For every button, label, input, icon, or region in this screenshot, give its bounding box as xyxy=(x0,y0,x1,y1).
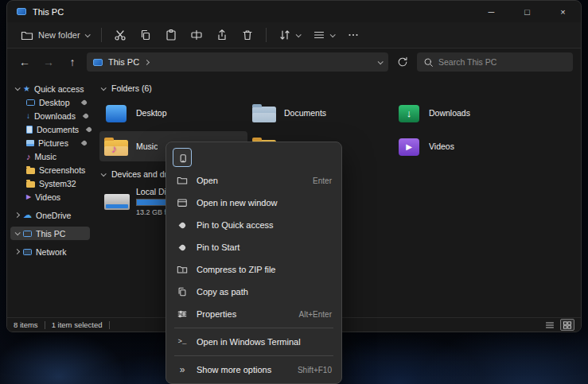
sidebar-item-downloads[interactable]: ↓ Downloads xyxy=(10,109,90,122)
music-note-icon: ♪ xyxy=(26,152,31,161)
pin-icon xyxy=(176,223,189,228)
cut-button[interactable] xyxy=(108,25,132,45)
navigation-bar: ← → ↑ This PC xyxy=(7,48,581,76)
videos-folder-icon: ▶ xyxy=(397,136,421,157)
search-input[interactable] xyxy=(438,57,567,67)
search-box[interactable] xyxy=(417,52,573,72)
sidebar-item-label: Quick access xyxy=(34,84,84,94)
new-window-icon xyxy=(176,197,189,208)
sidebar-item-music[interactable]: ♪ Music xyxy=(10,149,90,163)
sidebar-item-videos[interactable]: ▶ Videos xyxy=(10,190,90,204)
sidebar-item-network[interactable]: Network xyxy=(10,245,90,258)
chevron-down-icon xyxy=(295,32,301,37)
address-bar[interactable]: This PC xyxy=(87,52,388,72)
refresh-button[interactable] xyxy=(393,52,412,72)
toolbar-separator xyxy=(266,28,267,42)
folder-tile-desktop[interactable]: Desktop xyxy=(99,98,247,128)
sidebar-item-label: This PC xyxy=(36,229,65,239)
desktop-folder-icon xyxy=(104,103,128,124)
rename-button[interactable] xyxy=(185,25,208,45)
delete-button[interactable] xyxy=(236,25,259,45)
sidebar-item-pictures[interactable]: Pictures xyxy=(10,136,90,149)
menu-separator xyxy=(174,328,333,328)
details-view-button[interactable] xyxy=(543,319,557,331)
folder-tile-downloads[interactable]: ↓ Downloads xyxy=(392,98,535,128)
picture-icon xyxy=(26,140,34,146)
copy-button[interactable] xyxy=(173,148,192,167)
downloads-folder-icon: ↓ xyxy=(397,103,421,124)
sidebar-item-this-pc[interactable]: This PC xyxy=(10,227,90,240)
command-bar: New folder xyxy=(7,22,581,48)
context-menu-icon-strip xyxy=(169,145,338,169)
new-folder-icon xyxy=(21,29,33,41)
close-button[interactable]: × xyxy=(545,1,581,22)
chevron-down-icon xyxy=(15,230,21,235)
toolbar-separator xyxy=(101,28,102,42)
share-button[interactable] xyxy=(210,25,234,45)
items-count: 8 items xyxy=(14,320,38,329)
folders-section-header[interactable]: Folders (6) xyxy=(99,80,581,96)
back-button[interactable]: ← xyxy=(15,52,34,72)
sidebar-item-label: OneDrive xyxy=(36,211,71,220)
forward-button[interactable]: → xyxy=(39,52,58,72)
copy-button[interactable] xyxy=(134,25,158,45)
sidebar-item-onedrive[interactable]: ☁ OneDrive xyxy=(10,208,90,222)
sidebar-item-desktop[interactable]: Desktop xyxy=(10,95,90,109)
view-button[interactable] xyxy=(307,25,340,45)
delete-icon xyxy=(241,29,254,41)
sidebar-item-label: Documents xyxy=(37,125,79,134)
minimize-button[interactable]: ─ xyxy=(473,1,509,22)
local-disk-icon xyxy=(104,191,128,212)
selection-count: 1 item selected xyxy=(52,320,103,329)
view-icon xyxy=(313,29,325,41)
onedrive-cloud-icon: ☁ xyxy=(23,210,32,220)
thumbnail-view-button[interactable] xyxy=(560,319,574,331)
paste-button[interactable] xyxy=(159,25,183,45)
folder-tile-documents[interactable]: Documents xyxy=(247,98,392,128)
play-icon: ▶ xyxy=(26,193,31,200)
address-location[interactable]: This PC xyxy=(108,57,139,67)
folder-icon xyxy=(26,168,35,174)
sidebar-item-quick-access[interactable]: ★ Quick access xyxy=(10,82,90,95)
menu-item-compress-zip[interactable]: Compress to ZIP file xyxy=(169,258,338,281)
maximize-button[interactable]: □ xyxy=(509,1,545,22)
sidebar-item-label: Pictures xyxy=(38,138,68,148)
downloads-icon: ↓ xyxy=(26,111,30,120)
chevron-down-icon xyxy=(84,32,90,37)
menu-item-pin-quick-access[interactable]: Pin to Quick access xyxy=(169,214,338,236)
quick-access-icon: ★ xyxy=(23,84,30,93)
up-button[interactable]: ↑ xyxy=(63,52,82,72)
sidebar-item-label: Music xyxy=(35,152,56,161)
show-more-icon: » xyxy=(176,364,189,375)
pin-icon xyxy=(81,99,88,105)
open-icon xyxy=(176,175,189,186)
folder-icon xyxy=(26,181,35,188)
titlebar: This PC ─ □ × xyxy=(7,1,581,22)
details-view-icon xyxy=(545,320,555,330)
network-icon xyxy=(23,249,32,255)
menu-item-copy-as-path[interactable]: Copy as path xyxy=(169,281,338,303)
documents-folder-icon xyxy=(252,103,276,124)
folder-tile-videos[interactable]: ▶ Videos xyxy=(392,131,535,161)
address-dropdown-icon[interactable] xyxy=(378,59,384,64)
new-folder-button[interactable]: New folder xyxy=(15,25,95,45)
see-more-button[interactable] xyxy=(341,25,365,45)
menu-item-open-new-window[interactable]: Open in new window xyxy=(169,192,338,214)
sidebar-item-documents[interactable]: Documents xyxy=(10,122,90,136)
sort-button[interactable] xyxy=(273,25,306,45)
sidebar-item-system32[interactable]: System32 xyxy=(10,176,90,190)
this-pc-icon xyxy=(17,8,26,15)
sidebar-item-label: Videos xyxy=(35,192,60,202)
menu-item-properties[interactable]: Properties Alt+Enter xyxy=(169,303,338,325)
sidebar-item-screenshots[interactable]: Screenshots xyxy=(10,163,90,176)
chevron-down-icon xyxy=(101,85,107,91)
refresh-icon xyxy=(397,56,408,68)
menu-item-pin-start[interactable]: Pin to Start xyxy=(169,236,338,258)
see-more-icon xyxy=(347,29,360,41)
menu-item-open-windows-terminal[interactable]: >_ Open in Windows Terminal xyxy=(169,331,338,353)
chevron-down-icon xyxy=(101,171,107,176)
copy-icon xyxy=(177,152,189,164)
window-controls: ─ □ × xyxy=(473,1,581,22)
menu-item-open[interactable]: Open Enter xyxy=(169,169,338,192)
menu-item-show-more-options[interactable]: » Show more options Shift+F10 xyxy=(169,359,338,381)
